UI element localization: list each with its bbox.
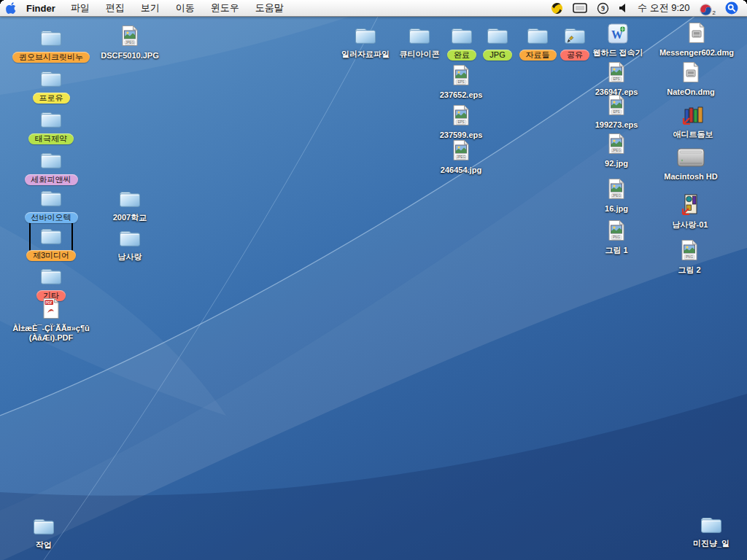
svg-text:EPS: EPS (613, 110, 619, 114)
svg-text:EPS: EPS (613, 77, 619, 81)
desktop-icon[interactable]: 남사랑-01 (650, 195, 730, 230)
desktop-icon[interactable]: JPEG92.jpg (576, 134, 657, 168)
icon-label: 237652.eps (440, 90, 483, 100)
icon-label: 큐티아이콘 (400, 50, 440, 59)
folder-icon (39, 28, 63, 50)
desktop-icon[interactable]: 프로유 (11, 68, 91, 104)
desktop-icon[interactable]: 퀸오브시크릿비누 (11, 27, 91, 63)
menu-item[interactable]: 편집 (98, 0, 133, 16)
menu-item[interactable]: 보기 (133, 0, 168, 16)
folder-icon (39, 109, 63, 132)
folder-icon (118, 189, 142, 211)
icon-label: 2007학교 (113, 213, 147, 222)
desktop-icon[interactable]: PNG그림 1 (576, 221, 657, 255)
desktop-icon[interactable]: Messenger602.dmg (657, 23, 737, 58)
icon-label: 그림 1 (605, 246, 627, 255)
jpeg-icon: JPEG (452, 139, 471, 164)
png-icon: PNG (680, 239, 699, 264)
folder-icon (700, 515, 723, 537)
desktop[interactable]: 퀸오브시크릿비누프로유태극제약세화피앤씨선바이오텍제3미디어기타PDFÀÌ±æÈ… (0, 16, 747, 560)
icon-label: 프로유 (33, 93, 70, 104)
menu-bar-clock[interactable]: 수 오전 9:20 (638, 1, 690, 15)
folder-icon (32, 516, 55, 539)
icon-label: 일러자료파일 (341, 50, 390, 59)
desktop-icon[interactable]: 남사랑 (90, 228, 170, 262)
desktop-icon[interactable]: 태극제약 (11, 109, 91, 144)
dmg-icon (687, 22, 706, 47)
desktop-icon[interactable]: EPS237652.eps (421, 66, 501, 100)
eps-icon: EPS (607, 61, 626, 86)
dmg-icon (681, 61, 700, 86)
desktop-icon[interactable]: JPEG246454.jpg (421, 141, 501, 175)
folder-icon (39, 150, 63, 173)
desktop-icon[interactable]: 선바이오텍 (11, 187, 91, 223)
folder-icon (39, 266, 63, 289)
icon-label: NateOn.dmg (667, 88, 714, 97)
icon-label: 자료들 (519, 50, 557, 61)
quark-icon (680, 193, 700, 219)
desktop-icon[interactable]: 제3미디어 (11, 225, 91, 261)
menu-item[interactable]: 윈도우 (203, 0, 247, 16)
icon-label: 애디트돔보 (673, 130, 713, 139)
desktop-icon[interactable]: PNG그림 2 (649, 241, 729, 275)
icon-label: Messenger602.dmg (659, 48, 734, 58)
desktop-icon[interactable]: 기타 (11, 265, 91, 301)
desktop-icon[interactable]: 미진냥_일 (671, 514, 747, 548)
desktop-icon[interactable]: 작업 (4, 516, 84, 550)
norton-antivirus-icon[interactable] (551, 0, 563, 16)
desktop-icon[interactable]: EPS237599.eps (421, 106, 501, 140)
jpeg-icon: JPEG (607, 133, 626, 158)
menu-bar-left: Finder 파일편집보기이동윈도우도움말 (0, 0, 292, 16)
jpeg-icon: JPEG (120, 25, 139, 50)
folder-icon (39, 226, 63, 249)
desktop-icon[interactable]: EPS236947.eps (576, 63, 657, 97)
desktop-icon[interactable]: JPEGDSCF5010.JPG (90, 26, 170, 61)
spotlight-icon[interactable] (725, 0, 738, 16)
korean-input-flag-icon[interactable]: 2 (700, 0, 716, 16)
input-source-badge: 2 (713, 9, 716, 16)
menu-item[interactable]: 이동 (168, 0, 203, 16)
active-app-name[interactable]: Finder (22, 3, 63, 14)
icon-label: 웹하드 접속기 (592, 48, 643, 58)
svg-text:EPS: EPS (457, 120, 464, 124)
icon-label: 남사랑-01 (673, 220, 708, 230)
classic-environment-icon[interactable]: 9 (597, 0, 609, 16)
displays-icon[interactable] (573, 0, 587, 16)
icon-label: 세화피앤씨 (25, 174, 78, 185)
svg-text:9: 9 (601, 5, 605, 12)
svg-text:JPEG: JPEG (457, 155, 465, 159)
desktop-icon[interactable]: 세화피앤씨 (11, 149, 91, 185)
icon-label: 공유 (560, 50, 589, 61)
icon-label: 미진냥_일 (693, 539, 729, 548)
folder-icon (450, 26, 473, 48)
desktop-icon[interactable]: Macintosh HD (651, 147, 731, 182)
menu-item[interactable]: 파일 (63, 0, 98, 16)
icon-label: 퀸오브시크릿비누 (12, 52, 90, 63)
desktop-icon[interactable]: 2007학교 (90, 188, 170, 222)
desktop-icon[interactable]: JPEG16.jpg (576, 179, 657, 214)
icon-label: 선바이오텍 (25, 212, 78, 223)
icon-label: 태극제약 (28, 133, 74, 144)
folder-icon (118, 228, 142, 251)
icon-label: 199273.eps (595, 120, 638, 130)
desktop-icon[interactable]: NateOn.dmg (651, 63, 731, 97)
screen-corner-topleft (0, 0, 6, 6)
folder-icon (39, 188, 63, 211)
desktop-icon[interactable]: EPS199273.eps (576, 96, 657, 130)
desktop-icon[interactable]: 애디트돔보 (653, 105, 733, 139)
desktop-icon[interactable]: PDFÀÌ±æÈ¯-ÇÏ´ÃÃ¤»ç¶û(ÀåÆí).PDF (11, 299, 91, 343)
icon-label: Macintosh HD (664, 172, 717, 182)
eps-icon: EPS (452, 64, 471, 89)
menu-bar: Finder 파일편집보기이동윈도우도움말 9 (0, 0, 747, 17)
desktop-icon[interactable]: W웹하드 접속기 (578, 23, 658, 58)
menu-bar-menus: 파일편집보기이동윈도우도움말 (63, 0, 292, 16)
icon-label: 완료 (447, 50, 476, 61)
menu-item[interactable]: 도움말 (247, 0, 292, 16)
svg-text:JPEG: JPEG (125, 41, 134, 44)
svg-text:PDF: PDF (45, 301, 53, 305)
svg-text:JPEG: JPEG (612, 194, 621, 198)
icon-label: 92.jpg (605, 159, 628, 168)
folder-icon (354, 26, 377, 48)
webhard-icon: W (608, 23, 628, 47)
volume-icon[interactable] (619, 0, 628, 16)
